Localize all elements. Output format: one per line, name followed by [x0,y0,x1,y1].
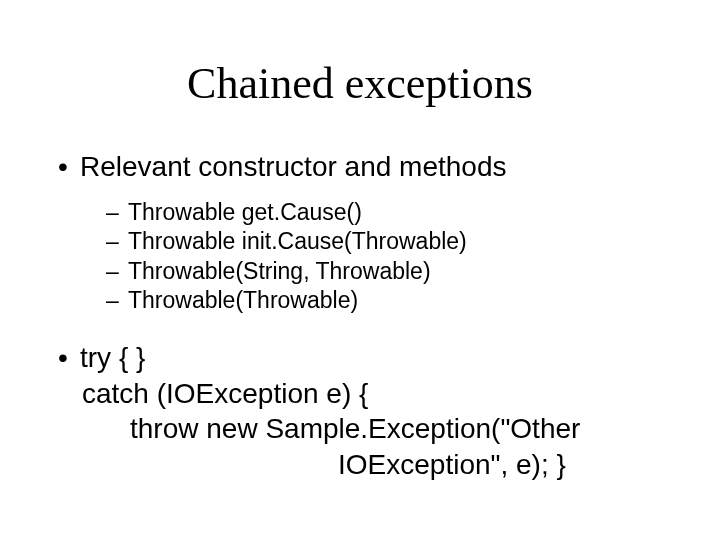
subitem-initcause: –Throwable init.Cause(Throwable) [106,227,680,256]
code-text: throw new Sample.Exception("Other [130,413,580,444]
code-text: try { } [80,342,145,373]
dash-marker-icon: – [106,257,128,286]
code-text: IOException", e); } [338,449,566,480]
slide-body: •Relevant constructor and methods –Throw… [0,149,720,483]
slide: Chained exceptions •Relevant constructor… [0,0,720,540]
subitem-text: Throwable get.Cause() [128,199,362,225]
slide-title: Chained exceptions [0,58,720,109]
code-text: catch (IOException e) { [82,378,368,409]
subitem-text: Throwable(Throwable) [128,287,358,313]
bullet-text: Relevant constructor and methods [80,151,506,182]
bullet-relevant-methods: •Relevant constructor and methods [58,149,680,184]
subitem-ctor-throwable: –Throwable(Throwable) [106,286,680,315]
bullet-marker-icon: • [58,340,80,376]
bullet-marker-icon: • [58,149,80,184]
code-line-1: •try { } [58,340,680,376]
dash-marker-icon: – [106,286,128,315]
code-line-2: catch (IOException e) { [58,376,680,412]
subitem-ctor-string-throwable: –Throwable(String, Throwable) [106,257,680,286]
bullet-code-example: •try { } catch (IOException e) { throw n… [58,340,680,483]
subitem-getcause: –Throwable get.Cause() [106,198,680,227]
dash-marker-icon: – [106,227,128,256]
code-line-3: throw new Sample.Exception("Other [58,411,680,447]
subitem-text: Throwable init.Cause(Throwable) [128,228,467,254]
sublist-methods: –Throwable get.Cause() –Throwable init.C… [58,198,680,316]
subitem-text: Throwable(String, Throwable) [128,258,431,284]
dash-marker-icon: – [106,198,128,227]
code-line-4: IOException", e); } [58,447,680,483]
